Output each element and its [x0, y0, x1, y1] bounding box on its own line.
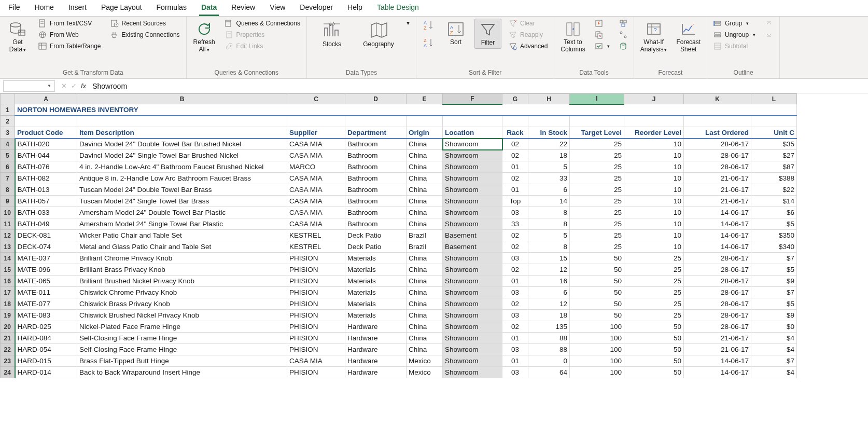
- table-cell[interactable]: 18: [528, 150, 570, 161]
- data-types-more-button[interactable]: ▾: [404, 19, 412, 27]
- table-cell[interactable]: PHISION: [287, 333, 345, 344]
- table-cell[interactable]: China: [407, 298, 443, 310]
- tab-file[interactable]: File: [6, 0, 22, 16]
- column-header-G[interactable]: G: [502, 94, 528, 104]
- table-cell[interactable]: Showroom: [443, 161, 502, 173]
- table-cell[interactable]: China: [407, 218, 443, 230]
- worksheet-grid[interactable]: ABCDEFGHIJKL1NORTON HOMEWARES INVENTORY2…: [0, 93, 868, 378]
- table-header[interactable]: Reorder Level: [624, 127, 684, 139]
- row-header-20[interactable]: 20: [1, 321, 15, 333]
- tab-home[interactable]: Home: [33, 0, 56, 16]
- column-header-C[interactable]: C: [287, 94, 345, 104]
- table-cell[interactable]: 33: [528, 173, 570, 184]
- table-cell[interactable]: 14-06-17: [684, 355, 751, 367]
- table-cell[interactable]: Materials: [345, 276, 407, 287]
- table-cell[interactable]: 14-06-17: [684, 241, 751, 253]
- table-cell[interactable]: 25: [624, 310, 684, 321]
- table-cell[interactable]: 33: [502, 218, 528, 230]
- table-cell[interactable]: China: [407, 276, 443, 287]
- table-cell[interactable]: 25: [624, 253, 684, 264]
- table-cell[interactable]: PHISION: [287, 276, 345, 287]
- table-cell[interactable]: KESTREL: [287, 241, 345, 253]
- clear-button[interactable]: Clear: [507, 19, 550, 28]
- column-header-I[interactable]: I: [570, 94, 624, 104]
- table-cell[interactable]: Brilliant Brass Privacy Knob: [77, 264, 287, 276]
- table-cell[interactable]: Basement: [443, 230, 502, 241]
- table-cell[interactable]: China: [407, 139, 443, 150]
- reapply-button[interactable]: Reapply: [507, 30, 550, 39]
- cancel-formula-button[interactable]: ✕: [61, 82, 67, 90]
- table-cell[interactable]: 21-06-17: [684, 196, 751, 207]
- table-cell[interactable]: 28-06-17: [684, 150, 751, 161]
- table-cell[interactable]: 50: [570, 298, 624, 310]
- table-cell[interactable]: MATE-037: [15, 253, 77, 264]
- flash-fill-button[interactable]: [593, 19, 612, 28]
- table-cell[interactable]: BATH-049: [15, 218, 77, 230]
- table-cell[interactable]: 0: [528, 355, 570, 367]
- table-cell[interactable]: Bathroom: [345, 196, 407, 207]
- table-cell[interactable]: Brazil: [407, 230, 443, 241]
- row-header-24[interactable]: 24: [1, 367, 15, 378]
- row-header-2[interactable]: 2: [1, 116, 15, 127]
- table-cell[interactable]: $9: [751, 276, 797, 287]
- table-cell[interactable]: 8: [528, 207, 570, 218]
- table-cell[interactable]: 14-06-17: [684, 218, 751, 230]
- table-cell[interactable]: Bathroom: [345, 184, 407, 196]
- row-header-11[interactable]: 11: [1, 218, 15, 230]
- table-cell[interactable]: 64: [528, 367, 570, 378]
- table-cell[interactable]: 10: [624, 150, 684, 161]
- table-cell[interactable]: Bathroom: [345, 161, 407, 173]
- table-header[interactable]: Department: [345, 127, 407, 139]
- table-cell[interactable]: CASA MIA: [287, 139, 345, 150]
- table-cell[interactable]: Tuscan Model 24" Single Towel Bar Brass: [77, 196, 287, 207]
- table-cell[interactable]: China: [407, 264, 443, 276]
- cell[interactable]: [77, 116, 287, 127]
- table-cell[interactable]: Showroom: [443, 207, 502, 218]
- table-cell[interactable]: Showroom: [443, 173, 502, 184]
- table-cell[interactable]: Showroom: [443, 367, 502, 378]
- column-header-J[interactable]: J: [624, 94, 684, 104]
- table-cell[interactable]: Back to Back Wraparound Insert Hinge: [77, 367, 287, 378]
- table-cell[interactable]: Materials: [345, 264, 407, 276]
- table-cell[interactable]: Showroom: [443, 218, 502, 230]
- what-if-analysis-button[interactable]: ? What-If Analysis▾: [638, 19, 669, 56]
- table-cell[interactable]: Showroom: [443, 196, 502, 207]
- remove-duplicates-button[interactable]: [593, 30, 612, 39]
- table-cell[interactable]: HARD-084: [15, 333, 77, 344]
- group-button[interactable]: Group ▾: [711, 19, 758, 28]
- table-cell[interactable]: HARD-025: [15, 321, 77, 333]
- table-cell[interactable]: Bathroom: [345, 207, 407, 218]
- table-cell[interactable]: 100: [570, 344, 624, 355]
- table-cell[interactable]: $35: [751, 139, 797, 150]
- column-header-H[interactable]: H: [528, 94, 570, 104]
- table-cell[interactable]: Hardware: [345, 355, 407, 367]
- row-header-10[interactable]: 10: [1, 207, 15, 218]
- table-cell[interactable]: 50: [624, 344, 684, 355]
- column-header-L[interactable]: L: [751, 94, 797, 104]
- table-cell[interactable]: 25: [570, 139, 624, 150]
- table-cell[interactable]: 50: [570, 310, 624, 321]
- table-cell[interactable]: $0: [751, 321, 797, 333]
- table-cell[interactable]: Antique 8 in. 2-Handle Low Arc Bathroom …: [77, 173, 287, 184]
- table-cell[interactable]: 22: [528, 139, 570, 150]
- table-cell[interactable]: 03: [502, 253, 528, 264]
- row-header-12[interactable]: 12: [1, 230, 15, 241]
- table-cell[interactable]: 21-06-17: [684, 184, 751, 196]
- table-cell[interactable]: Showroom: [443, 355, 502, 367]
- cell[interactable]: [287, 116, 345, 127]
- table-cell[interactable]: Basement: [443, 241, 502, 253]
- table-cell[interactable]: CASA MIA: [287, 207, 345, 218]
- table-cell[interactable]: 01: [502, 355, 528, 367]
- stocks-button[interactable]: Stocks: [311, 19, 353, 50]
- table-cell[interactable]: China: [407, 321, 443, 333]
- table-cell[interactable]: 03: [502, 344, 528, 355]
- geography-button[interactable]: Geography: [358, 19, 399, 50]
- table-cell[interactable]: 28-06-17: [684, 253, 751, 264]
- table-cell[interactable]: 01: [502, 333, 528, 344]
- tab-review[interactable]: Review: [229, 0, 257, 16]
- table-cell[interactable]: MATE-011: [15, 287, 77, 298]
- table-cell[interactable]: 01: [502, 184, 528, 196]
- table-cell[interactable]: Davinci Model 24" Single Towel Bar Brush…: [77, 150, 287, 161]
- data-validation-button[interactable]: ▾: [593, 42, 612, 51]
- table-cell[interactable]: China: [407, 150, 443, 161]
